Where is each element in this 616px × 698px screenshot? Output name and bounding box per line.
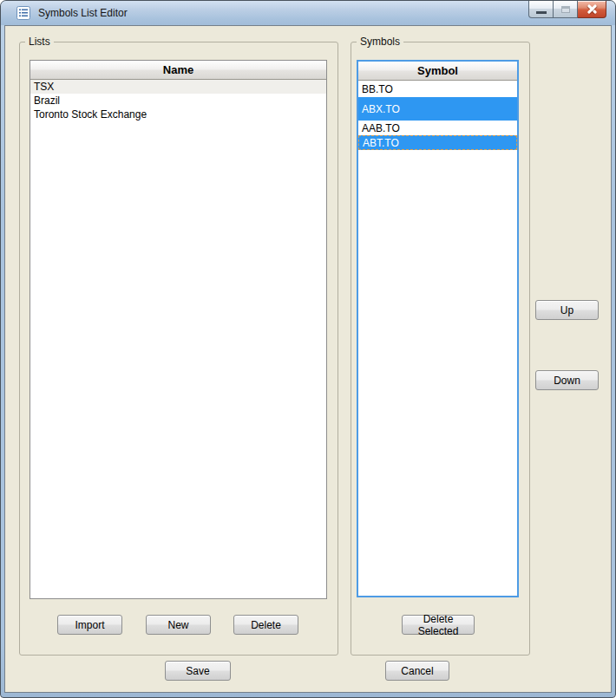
lists-group-label: Lists: [25, 36, 54, 49]
maximize-button[interactable]: [554, 1, 578, 18]
delete-button[interactable]: Delete: [233, 615, 298, 635]
window-title: Symbols List Editor: [38, 7, 128, 19]
symbol-row[interactable]: BB.TO: [358, 81, 517, 97]
new-button[interactable]: New: [146, 615, 211, 635]
save-button[interactable]: Save: [165, 661, 231, 681]
lists-table[interactable]: Name TSX Brazil Toronto Stock Exchange: [29, 60, 327, 599]
titlebar[interactable]: Symbols List Editor: [1, 1, 615, 25]
maximize-icon: [561, 6, 570, 13]
symbols-group-label: Symbols: [357, 36, 403, 49]
symbols-group: Symbols Symbol BB.TO ABX.TO AAB.TO ABT.T…: [351, 42, 530, 656]
down-button[interactable]: Down: [535, 370, 599, 390]
lists-table-header[interactable]: Name: [30, 61, 326, 80]
symbol-row[interactable]: AAB.TO: [358, 121, 517, 135]
list-row[interactable]: TSX: [30, 80, 326, 94]
window-controls: [528, 1, 606, 18]
up-button[interactable]: Up: [535, 300, 599, 320]
minimize-icon: [536, 11, 547, 14]
delete-selected-button[interactable]: Delete Selected: [402, 615, 475, 635]
list-row[interactable]: Toronto Stock Exchange: [30, 108, 326, 121]
close-icon: [587, 4, 598, 14]
list-icon: [16, 6, 30, 20]
import-button[interactable]: Import: [57, 615, 122, 635]
lists-group: Lists Name TSX Brazil Toronto Stock Exch…: [19, 42, 338, 656]
minimize-button[interactable]: [528, 1, 554, 18]
close-button[interactable]: [578, 1, 606, 18]
cancel-button[interactable]: Cancel: [385, 661, 449, 681]
symbol-row-selected-focused[interactable]: ABT.TO: [358, 135, 517, 150]
symbols-table[interactable]: Symbol BB.TO ABX.TO AAB.TO ABT.TO: [357, 60, 519, 597]
symbol-row-selected[interactable]: ABX.TO: [358, 97, 517, 121]
symbols-list-editor-window: Symbols List Editor Lists Name TSX Brazi…: [0, 0, 616, 698]
symbols-table-header[interactable]: Symbol: [358, 62, 517, 81]
list-row[interactable]: Brazil: [30, 94, 326, 108]
dialog-body: Lists Name TSX Brazil Toronto Stock Exch…: [4, 25, 612, 693]
